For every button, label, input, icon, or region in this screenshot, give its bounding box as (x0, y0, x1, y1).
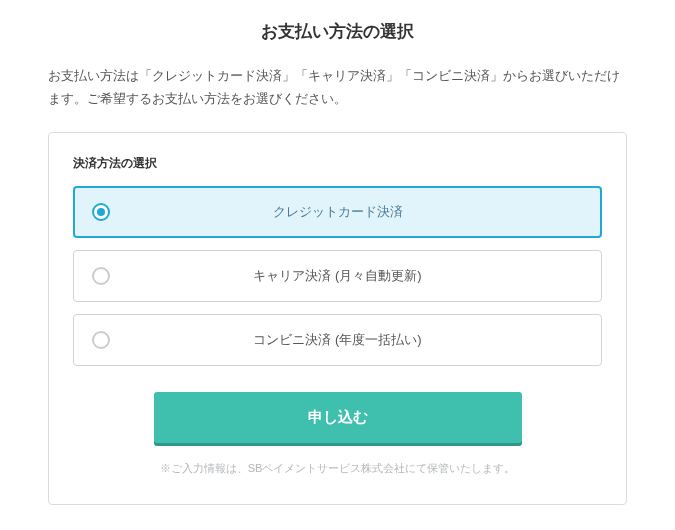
footnote: ※ご入力情報は、SBペイメントサービス株式会社にて保管いたします。 (73, 461, 602, 476)
radio-icon (92, 267, 110, 285)
option-label: キャリア決済 (月々自動更新) (110, 267, 583, 285)
page-title: お支払い方法の選択 (48, 20, 627, 43)
radio-icon (92, 331, 110, 349)
radio-icon (92, 203, 110, 221)
payment-option-carrier[interactable]: キャリア決済 (月々自動更新) (73, 250, 602, 302)
option-label: クレジットカード決済 (110, 203, 583, 221)
option-label: コンビニ決済 (年度一括払い) (110, 331, 583, 349)
page-description: お支払い方法は「クレジットカード決済」「キャリア決済」「コンビニ決済」からお選び… (48, 65, 627, 110)
payment-card: 決済方法の選択 クレジットカード決済 キャリア決済 (月々自動更新) コンビニ決… (48, 132, 627, 505)
payment-option-convenience[interactable]: コンビニ決済 (年度一括払い) (73, 314, 602, 366)
submit-button[interactable]: 申し込む (154, 392, 522, 443)
payment-option-credit[interactable]: クレジットカード決済 (73, 186, 602, 238)
section-label: 決済方法の選択 (73, 155, 602, 172)
